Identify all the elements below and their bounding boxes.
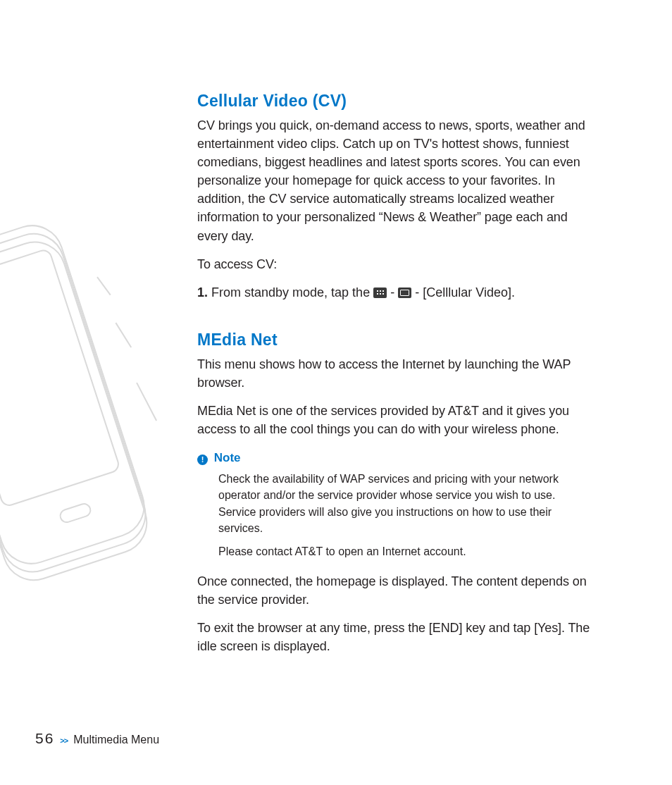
step-sep-1: - — [390, 285, 398, 299]
step-text-pre: From standby mode, tap the — [211, 285, 373, 299]
svg-rect-2 — [0, 226, 154, 580]
page-content: Cellular Video (CV) CV brings you quick,… — [197, 92, 592, 665]
svg-rect-0 — [0, 218, 152, 571]
step-text-post: - [Celllular Video]. — [415, 285, 515, 299]
note-label: Note — [214, 451, 241, 464]
phone-illustration — [0, 218, 169, 613]
page-number: 56 — [35, 730, 54, 747]
media-para-3: Once connected, the homepage is displaye… — [197, 572, 592, 609]
heading-cellular-video: Cellular Video (CV) — [197, 92, 592, 111]
svg-line-5 — [116, 321, 131, 350]
note-header: ! Note — [197, 451, 592, 465]
svg-rect-7 — [58, 502, 92, 524]
page-footer: 56 >> Multimedia Menu — [35, 730, 159, 747]
cv-step-1: 1. From standby mode, tap the - - [Celll… — [197, 283, 592, 302]
app-grid-icon — [373, 288, 387, 298]
video-icon — [398, 288, 411, 298]
cv-description: CV brings you quick, on-demand access to… — [197, 116, 592, 245]
note-text-2: Please contact AT&T to open an Internet … — [218, 543, 592, 560]
media-para-4: To exit the browser at any time, press t… — [197, 619, 592, 655]
heading-media-net: MEdia Net — [197, 330, 592, 350]
svg-rect-3 — [0, 234, 155, 588]
note-icon: ! — [197, 455, 208, 465]
note-block: ! Note Check the availability of WAP ser… — [197, 451, 592, 560]
note-text-1: Check the availability of WAP services a… — [218, 471, 592, 536]
svg-line-4 — [97, 275, 111, 297]
svg-line-6 — [137, 381, 156, 423]
media-para-1: This menu shows how to access the Intern… — [197, 355, 592, 392]
media-para-2: MEdia Net is one of the services provide… — [197, 402, 592, 438]
footer-chevron-icon: >> — [60, 736, 68, 745]
cv-access-intro: To access CV: — [197, 255, 592, 273]
step-number: 1. — [197, 285, 208, 299]
footer-section-label: Multimedia Menu — [73, 734, 159, 746]
